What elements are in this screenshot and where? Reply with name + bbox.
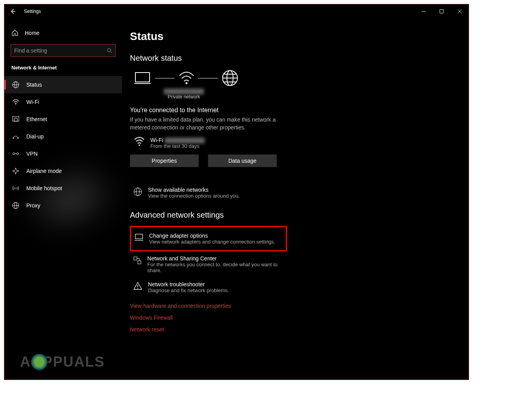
network-troubleshooter[interactable]: Network troubleshooter Diagnose and fix … xyxy=(130,277,287,297)
proxy-icon xyxy=(11,202,20,209)
vpn-icon xyxy=(11,151,20,156)
svg-rect-0 xyxy=(440,10,444,13)
link-network-reset[interactable]: Network reset xyxy=(130,326,469,333)
wifi-icon xyxy=(179,72,194,84)
svg-rect-5 xyxy=(13,116,19,121)
option-title: Change adapter options xyxy=(149,233,275,239)
sidebar-item-label: Dial-up xyxy=(26,133,44,140)
svg-rect-14 xyxy=(135,73,150,82)
option-title: Network and Sharing Center xyxy=(147,255,285,262)
svg-point-7 xyxy=(13,138,14,139)
diagram-line xyxy=(155,78,175,78)
globe-icon xyxy=(132,187,143,196)
wifi-prefix: Wi-Fi xyxy=(150,137,165,143)
airplane-icon xyxy=(11,167,20,175)
watermark-text: PPUALS xyxy=(43,354,105,370)
home-label: Home xyxy=(25,30,39,36)
data-usage-button[interactable]: Data usage xyxy=(208,155,277,167)
show-available-networks[interactable]: Show available networks View the connect… xyxy=(130,183,287,203)
arrow-left-icon xyxy=(10,8,16,15)
option-title: Network troubleshooter xyxy=(148,281,229,287)
window-controls xyxy=(415,4,469,18)
network-sharing-center[interactable]: Network and Sharing Center For the netwo… xyxy=(130,251,287,277)
category-label: Network & Internet xyxy=(4,64,122,76)
wifi-name-obscured: ████████████ xyxy=(165,138,205,143)
svg-point-10 xyxy=(17,153,19,155)
close-icon xyxy=(457,9,462,14)
maximize-button[interactable] xyxy=(433,4,451,18)
watermark-avatar-icon xyxy=(31,354,47,370)
sidebar-item-label: Airplane mode xyxy=(26,168,62,174)
sidebar-item-label: VPN xyxy=(26,151,38,157)
sidebar-item-label: Ethernet xyxy=(26,116,47,122)
option-desc: View the connection options around you. xyxy=(148,193,240,199)
sidebar-item-airplane[interactable]: Airplane mode xyxy=(4,162,122,180)
sidebar-item-label: Wi-Fi xyxy=(26,99,39,105)
change-adapter-options[interactable]: Change adapter options View network adap… xyxy=(130,226,287,251)
ethernet-icon xyxy=(11,116,20,122)
sidebar-item-dialup[interactable]: Dial-up xyxy=(4,128,122,145)
svg-point-8 xyxy=(18,138,19,139)
connection-status-desc: If you have a limited data plan, you can… xyxy=(130,116,279,131)
sidebar-item-wifi[interactable]: Wi-Fi xyxy=(4,93,122,111)
network-type-label: Private network xyxy=(130,94,238,100)
svg-rect-6 xyxy=(14,118,17,121)
minimize-icon xyxy=(421,9,426,14)
close-button[interactable] xyxy=(451,4,469,18)
home-button[interactable]: Home xyxy=(4,25,122,42)
wifi-name-row: Wi-Fi ████████████ xyxy=(150,137,205,143)
globe-icon xyxy=(222,70,238,86)
svg-rect-22 xyxy=(134,257,137,260)
sidebar-item-ethernet[interactable]: Ethernet xyxy=(4,111,122,128)
home-icon xyxy=(11,29,18,36)
page-title: Status xyxy=(130,30,469,43)
search-input[interactable] xyxy=(14,47,107,54)
wifi-usage-row: Wi-Fi ████████████ From the last 30 days xyxy=(130,137,469,149)
sidebar-item-proxy[interactable]: Proxy xyxy=(4,197,122,214)
svg-rect-23 xyxy=(138,261,141,264)
svg-point-1 xyxy=(108,49,111,52)
wifi-timerange: From the last 30 days xyxy=(150,143,205,149)
link-hardware-properties[interactable]: View hardware and connection properties xyxy=(130,303,469,309)
advanced-settings-heading: Advanced network settings xyxy=(130,211,469,220)
sidebar-item-label: Status xyxy=(26,82,42,88)
sidebar-item-label: Proxy xyxy=(26,202,40,209)
svg-point-4 xyxy=(15,104,16,105)
svg-point-11 xyxy=(15,188,16,189)
watermark: A PPUALS xyxy=(20,354,105,370)
properties-button[interactable]: Properties xyxy=(130,155,199,167)
sidebar-item-status[interactable]: Status xyxy=(4,76,122,93)
connection-status-heading: You're connected to the Internet xyxy=(130,107,469,114)
wifi-icon xyxy=(134,137,145,146)
sidebar: Home Network & Internet Status Wi-Fi Eth… xyxy=(4,18,122,380)
network-diagram xyxy=(130,70,469,86)
svg-rect-21 xyxy=(135,234,142,239)
minimize-button[interactable] xyxy=(415,4,433,18)
search-box[interactable] xyxy=(11,44,116,57)
warning-icon xyxy=(132,282,143,290)
svg-point-18 xyxy=(139,144,140,146)
sharing-icon xyxy=(132,256,142,265)
sidebar-item-hotspot[interactable]: Mobile hotspot xyxy=(4,180,122,197)
option-desc: Diagnose and fix network problems. xyxy=(148,287,229,293)
titlebar: Settings xyxy=(4,4,469,18)
svg-point-9 xyxy=(13,153,15,155)
svg-point-24 xyxy=(137,288,138,289)
window-title: Settings xyxy=(22,9,41,14)
network-status-heading: Network status xyxy=(130,54,469,63)
option-title: Show available networks xyxy=(148,187,240,193)
dialup-icon xyxy=(11,134,20,139)
sidebar-item-vpn[interactable]: VPN xyxy=(4,145,122,162)
svg-point-15 xyxy=(186,82,188,84)
option-desc: View network adapters and change connect… xyxy=(149,239,275,245)
hotspot-icon xyxy=(11,185,20,191)
back-button[interactable] xyxy=(4,4,22,18)
status-icon xyxy=(11,81,20,88)
link-windows-firewall[interactable]: Windows Firewall xyxy=(130,315,469,321)
settings-window: Settings Home Network & Internet Status xyxy=(4,4,469,380)
diagram-line xyxy=(198,78,218,78)
search-icon xyxy=(107,48,112,53)
maximize-icon xyxy=(439,9,444,14)
network-name-obscured: ████████████ xyxy=(130,89,238,94)
wifi-icon xyxy=(11,99,20,105)
